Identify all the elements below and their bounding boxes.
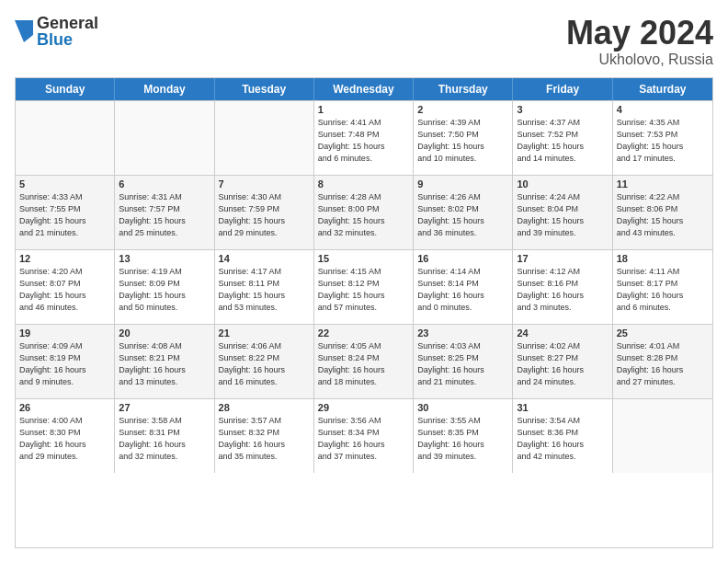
day-number: 17 — [517, 253, 608, 264]
logo-general: General — [37, 15, 98, 31]
day-number: 25 — [617, 327, 709, 339]
day-number: 10 — [517, 178, 608, 190]
calendar-row-5: 26Sunrise: 4:00 AM Sunset: 8:30 PM Dayli… — [16, 398, 712, 473]
day-number: 7 — [219, 178, 310, 190]
day-number: 14 — [219, 253, 310, 264]
day-number: 12 — [19, 253, 110, 264]
calendar-day-23: 23Sunrise: 4:03 AM Sunset: 8:25 PM Dayli… — [414, 325, 513, 398]
day-info: Sunrise: 4:24 AM Sunset: 8:04 PM Dayligh… — [517, 191, 608, 239]
calendar-row-4: 19Sunrise: 4:09 AM Sunset: 8:19 PM Dayli… — [16, 324, 712, 398]
calendar-body: 1Sunrise: 4:41 AM Sunset: 7:48 PM Daylig… — [16, 100, 712, 473]
calendar-day-16: 16Sunrise: 4:14 AM Sunset: 8:14 PM Dayli… — [414, 250, 513, 324]
day-info: Sunrise: 4:15 AM Sunset: 8:12 PM Dayligh… — [318, 266, 409, 314]
calendar-empty-cell — [115, 101, 214, 175]
day-info: Sunrise: 3:58 AM Sunset: 8:31 PM Dayligh… — [119, 415, 210, 463]
day-info: Sunrise: 4:31 AM Sunset: 7:57 PM Dayligh… — [119, 191, 210, 239]
day-info: Sunrise: 3:54 AM Sunset: 8:36 PM Dayligh… — [517, 415, 608, 463]
day-info: Sunrise: 4:01 AM Sunset: 8:28 PM Dayligh… — [617, 340, 709, 388]
day-info: Sunrise: 4:39 AM Sunset: 7:50 PM Dayligh… — [417, 117, 508, 165]
day-info: Sunrise: 4:37 AM Sunset: 7:52 PM Dayligh… — [517, 117, 608, 165]
day-number: 5 — [19, 178, 110, 190]
calendar-day-6: 6Sunrise: 4:31 AM Sunset: 7:57 PM Daylig… — [115, 176, 214, 249]
day-number: 22 — [318, 327, 409, 339]
calendar-day-13: 13Sunrise: 4:19 AM Sunset: 8:09 PM Dayli… — [115, 250, 214, 324]
calendar-day-20: 20Sunrise: 4:08 AM Sunset: 8:21 PM Dayli… — [115, 325, 214, 398]
calendar-day-1: 1Sunrise: 4:41 AM Sunset: 7:48 PM Daylig… — [314, 101, 414, 175]
calendar-day-11: 11Sunrise: 4:22 AM Sunset: 8:06 PM Dayli… — [613, 176, 712, 249]
svg-marker-0 — [15, 20, 33, 42]
day-info: Sunrise: 4:19 AM Sunset: 8:09 PM Dayligh… — [119, 266, 210, 314]
calendar-day-30: 30Sunrise: 3:55 AM Sunset: 8:35 PM Dayli… — [414, 399, 513, 473]
day-number: 26 — [19, 402, 110, 413]
calendar-day-21: 21Sunrise: 4:06 AM Sunset: 8:22 PM Dayli… — [215, 325, 314, 398]
calendar-day-29: 29Sunrise: 3:56 AM Sunset: 8:34 PM Dayli… — [314, 399, 414, 473]
calendar-day-2: 2Sunrise: 4:39 AM Sunset: 7:50 PM Daylig… — [414, 101, 513, 175]
calendar: SundayMondayTuesdayWednesdayThursdayFrid… — [15, 77, 713, 548]
calendar-empty-cell — [215, 101, 314, 175]
day-number: 19 — [19, 327, 110, 339]
calendar-day-14: 14Sunrise: 4:17 AM Sunset: 8:11 PM Dayli… — [215, 250, 314, 324]
day-info: Sunrise: 3:56 AM Sunset: 8:34 PM Dayligh… — [318, 415, 409, 463]
page: General Blue May 2024 Ukholovo, Russia S… — [0, 0, 728, 563]
day-info: Sunrise: 4:41 AM Sunset: 7:48 PM Dayligh… — [318, 117, 409, 165]
calendar-day-15: 15Sunrise: 4:15 AM Sunset: 8:12 PM Dayli… — [314, 250, 414, 324]
logo-icon — [15, 20, 33, 42]
calendar-day-7: 7Sunrise: 4:30 AM Sunset: 7:59 PM Daylig… — [215, 176, 314, 249]
day-number: 16 — [417, 253, 508, 264]
location: Ukholovo, Russia — [566, 52, 713, 68]
day-info: Sunrise: 4:33 AM Sunset: 7:55 PM Dayligh… — [19, 191, 110, 239]
calendar-day-10: 10Sunrise: 4:24 AM Sunset: 8:04 PM Dayli… — [513, 176, 612, 249]
logo: General Blue — [15, 15, 98, 48]
calendar-day-25: 25Sunrise: 4:01 AM Sunset: 8:28 PM Dayli… — [613, 325, 712, 398]
day-info: Sunrise: 4:20 AM Sunset: 8:07 PM Dayligh… — [19, 266, 110, 314]
day-info: Sunrise: 3:57 AM Sunset: 8:32 PM Dayligh… — [219, 415, 310, 463]
calendar-day-17: 17Sunrise: 4:12 AM Sunset: 8:16 PM Dayli… — [513, 250, 612, 324]
day-number: 2 — [417, 104, 508, 115]
calendar-day-31: 31Sunrise: 3:54 AM Sunset: 8:36 PM Dayli… — [513, 399, 612, 473]
day-of-week-friday: Friday — [513, 78, 612, 100]
day-number: 8 — [318, 178, 409, 190]
day-number: 13 — [119, 253, 210, 264]
day-of-week-wednesday: Wednesday — [314, 78, 414, 100]
day-number: 28 — [219, 402, 310, 413]
day-number: 23 — [417, 327, 508, 339]
calendar-day-12: 12Sunrise: 4:20 AM Sunset: 8:07 PM Dayli… — [16, 250, 115, 324]
day-number: 11 — [617, 178, 709, 190]
day-info: Sunrise: 4:08 AM Sunset: 8:21 PM Dayligh… — [119, 340, 210, 388]
day-number: 20 — [119, 327, 210, 339]
day-of-week-tuesday: Tuesday — [215, 78, 314, 100]
day-number: 27 — [119, 402, 210, 413]
header: General Blue May 2024 Ukholovo, Russia — [15, 15, 713, 68]
calendar-empty-cell — [16, 101, 115, 175]
month-title: May 2024 — [566, 15, 713, 52]
day-info: Sunrise: 4:05 AM Sunset: 8:24 PM Dayligh… — [318, 340, 409, 388]
day-info: Sunrise: 4:30 AM Sunset: 7:59 PM Dayligh… — [219, 191, 310, 239]
day-info: Sunrise: 4:06 AM Sunset: 8:22 PM Dayligh… — [219, 340, 310, 388]
calendar-header: SundayMondayTuesdayWednesdayThursdayFrid… — [16, 78, 712, 100]
calendar-row-2: 5Sunrise: 4:33 AM Sunset: 7:55 PM Daylig… — [16, 175, 712, 249]
logo-blue: Blue — [37, 31, 98, 48]
day-info: Sunrise: 4:00 AM Sunset: 8:30 PM Dayligh… — [19, 415, 110, 463]
day-of-week-sunday: Sunday — [16, 78, 115, 100]
logo-text: General Blue — [37, 15, 98, 48]
day-info: Sunrise: 4:03 AM Sunset: 8:25 PM Dayligh… — [417, 340, 508, 388]
day-number: 31 — [517, 402, 608, 413]
day-number: 3 — [517, 104, 608, 115]
calendar-day-24: 24Sunrise: 4:02 AM Sunset: 8:27 PM Dayli… — [513, 325, 612, 398]
day-number: 30 — [417, 402, 508, 413]
day-info: Sunrise: 4:17 AM Sunset: 8:11 PM Dayligh… — [219, 266, 310, 314]
day-number: 15 — [318, 253, 409, 264]
calendar-empty-cell — [613, 399, 712, 473]
day-info: Sunrise: 4:14 AM Sunset: 8:14 PM Dayligh… — [417, 266, 508, 314]
calendar-row-3: 12Sunrise: 4:20 AM Sunset: 8:07 PM Dayli… — [16, 249, 712, 324]
calendar-day-19: 19Sunrise: 4:09 AM Sunset: 8:19 PM Dayli… — [16, 325, 115, 398]
day-info: Sunrise: 4:35 AM Sunset: 7:53 PM Dayligh… — [617, 117, 709, 165]
title-block: May 2024 Ukholovo, Russia — [566, 15, 713, 68]
day-number: 18 — [617, 253, 709, 264]
calendar-day-9: 9Sunrise: 4:26 AM Sunset: 8:02 PM Daylig… — [414, 176, 513, 249]
day-info: Sunrise: 4:26 AM Sunset: 8:02 PM Dayligh… — [417, 191, 508, 239]
day-of-week-saturday: Saturday — [613, 78, 712, 100]
day-number: 29 — [318, 402, 409, 413]
day-number: 6 — [119, 178, 210, 190]
calendar-day-28: 28Sunrise: 3:57 AM Sunset: 8:32 PM Dayli… — [215, 399, 314, 473]
